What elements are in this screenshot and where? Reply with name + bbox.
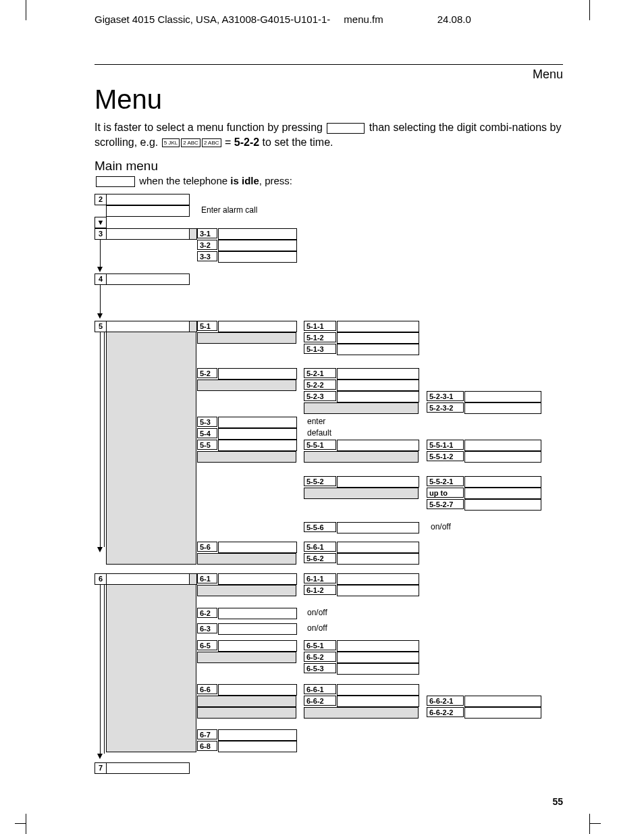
cell — [218, 741, 297, 752]
code-6-6-2-1: 6-6-2-1 — [427, 696, 464, 706]
cell — [218, 608, 297, 619]
cell — [337, 696, 419, 707]
cell — [464, 476, 541, 488]
cell — [218, 542, 297, 553]
cell — [218, 640, 297, 652]
code-6-7: 6-7 — [197, 729, 217, 739]
cell — [337, 585, 419, 596]
grey-cell — [197, 585, 219, 596]
grey-cell — [218, 707, 296, 719]
cell — [464, 488, 541, 499]
grey-join — [189, 321, 197, 332]
manual-page: Gigaset 4015 Classic, USA, A31008-G4015-… — [0, 0, 644, 834]
cell — [337, 321, 419, 332]
arrowhead-icon — [97, 267, 103, 272]
cell — [337, 652, 419, 663]
grey-cell — [337, 402, 419, 414]
grey-cell — [337, 451, 419, 463]
connector — [100, 285, 101, 313]
grey-cell — [218, 585, 296, 596]
grey-cell — [218, 451, 296, 463]
cell — [106, 194, 190, 205]
code-5-5-1: 5-5-1 — [304, 440, 336, 450]
grey-strip — [106, 332, 190, 565]
key-2-icon: 2 ABC — [181, 138, 200, 147]
code-5-1-1: 5-1-1 — [304, 321, 336, 331]
code-3-3: 3-3 — [197, 251, 217, 261]
code-3-1: 3-1 — [197, 228, 217, 238]
onoff-label: on/off — [307, 608, 327, 618]
intro-text: to set the time. — [259, 136, 333, 148]
grey-cell — [197, 451, 219, 463]
intro-text: It is faster to select a menu function b… — [95, 122, 325, 133]
doc-date: 24.08.0 — [437, 14, 471, 25]
onoff-label: on/off — [307, 623, 327, 633]
arrow-down-icon: ▼ — [95, 217, 107, 228]
grey-cell — [218, 332, 296, 344]
cell — [218, 428, 297, 440]
connector — [104, 332, 105, 547]
grey-cell — [197, 696, 219, 707]
code-5-1: 5-1 — [197, 321, 217, 331]
cell — [337, 640, 419, 652]
example-code: 5-2-2 — [234, 136, 259, 148]
cell — [337, 476, 419, 488]
cell — [218, 417, 297, 428]
cell — [464, 402, 541, 414]
onoff-label: on/off — [431, 522, 451, 532]
code-6-1-1: 6-1-1 — [304, 573, 336, 583]
grey-strip — [106, 585, 190, 752]
code-6-3: 6-3 — [197, 623, 217, 633]
code-6-6-2: 6-6-2 — [304, 696, 336, 706]
code-5-5: 5-5 — [197, 440, 217, 450]
crop-mark — [589, 814, 601, 834]
cell — [106, 228, 190, 240]
crop-mark — [589, 0, 601, 20]
code-5-1-2: 5-1-2 — [304, 332, 336, 342]
grey-cell — [197, 380, 219, 391]
code-5-5-1-2: 5-5-1-2 — [427, 451, 464, 461]
menu-4: 4 — [95, 273, 107, 285]
menu-3: 3 — [95, 228, 107, 240]
arrowhead-icon — [97, 547, 103, 552]
key-2-icon: 2 ABC — [202, 138, 221, 147]
doc-header: Gigaset 4015 Classic, USA, A31008-G4015-… — [95, 14, 563, 25]
main-menu-heading: Main menu — [95, 159, 563, 174]
subline-text: , press: — [259, 175, 292, 186]
cell — [337, 573, 419, 585]
connector — [100, 240, 101, 267]
enter-label: enter — [307, 417, 325, 427]
subline-bold: is idle — [230, 175, 259, 186]
cell — [464, 440, 541, 451]
page-title: Menu — [95, 84, 563, 115]
subline-text: when the telephone — [139, 175, 230, 186]
cell — [464, 696, 541, 707]
code-6-6: 6-6 — [197, 684, 217, 694]
code-up-to: up to — [427, 488, 464, 498]
cell — [337, 368, 419, 380]
code-5-1-3: 5-1-3 — [304, 344, 336, 354]
code-6-5-2: 6-5-2 — [304, 652, 336, 662]
cell — [218, 684, 297, 696]
cell — [337, 684, 419, 696]
cell — [464, 451, 541, 463]
code-5-5-1-1: 5-5-1-1 — [427, 440, 464, 450]
code-5-5-2: 5-5-2 — [304, 476, 336, 486]
code-5-6: 5-6 — [197, 542, 217, 552]
code-5-2-3-2: 5-2-3-2 — [427, 402, 464, 413]
grey-cell — [304, 451, 338, 463]
code-5-5-6: 5-5-6 — [304, 522, 336, 532]
grey-cell — [304, 488, 338, 499]
crop-mark — [590, 823, 601, 824]
default-label: default — [307, 428, 331, 438]
code-6-6-2-2: 6-6-2-2 — [427, 707, 464, 717]
grey-strip — [189, 332, 196, 565]
code-5-2-2: 5-2-2 — [304, 380, 336, 390]
cell — [218, 228, 297, 240]
code-3-2: 3-2 — [197, 240, 217, 250]
intro-text: = — [222, 136, 234, 148]
connector — [100, 332, 101, 547]
enter-alarm-label: Enter alarm call — [201, 205, 257, 215]
code-5-2-3-1: 5-2-3-1 — [427, 391, 464, 401]
menu-2: 2 — [95, 194, 107, 205]
